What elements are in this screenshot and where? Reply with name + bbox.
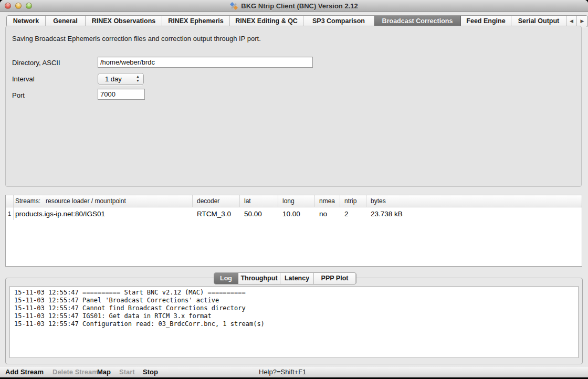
panel-description: Saving Broadcast Ephemeris correction fi… [12,35,261,43]
add-stream-button[interactable]: Add Stream [5,366,44,377]
tab-rinex-editing-qc[interactable]: RINEX Editing & QC [230,16,303,27]
port-label: Port [12,91,25,99]
interval-select[interactable]: 1 day ▲▼ [98,73,144,85]
log-line: 15-11-03 12:55:47 ========== Start BNC v… [14,289,578,297]
tab-network[interactable]: Network [7,16,46,27]
streams-table: Streams: resource loader / mountpoint de… [5,195,582,267]
log-line: 15-11-03 12:55:47 Panel 'Broadcast Corre… [14,297,578,304]
window-title: BKG Ntrip Client (BNC) Version 2.12 [230,2,358,10]
title-bar: BKG Ntrip Client (BNC) Version 2.12 [0,0,588,12]
tab-feed-engine[interactable]: Feed Engine [461,16,511,27]
tab-broadcast-corrections[interactable]: Broadcast Corrections [374,16,461,27]
app-window: BKG Ntrip Client (BNC) Version 2.12 Netw… [0,0,588,377]
tab-latency[interactable]: Latency [280,273,314,284]
interval-label: Interval [12,75,35,83]
map-button[interactable]: Map [97,366,111,377]
interval-selected-value: 1 day [105,75,122,83]
tab-sp3-comparison[interactable]: SP3 Comparison [303,16,374,27]
header-nmea[interactable]: nmea [315,195,340,207]
minimize-button-icon[interactable] [15,3,22,9]
bnc-app-icon [230,2,238,10]
log-output[interactable]: 15-11-03 12:55:47 ========== Start BNC v… [9,286,579,358]
footer-bar: Add Stream Delete Stream Map Start Stop … [0,366,588,377]
tab-general[interactable]: General [46,16,86,27]
header-mountpoint[interactable]: Streams: resource loader / mountpoint [14,195,193,207]
zoom-button-icon[interactable] [26,3,32,9]
streams-table-header: Streams: resource loader / mountpoint de… [6,195,582,207]
delete-stream-button[interactable]: Delete Stream [52,366,98,377]
header-decoder[interactable]: decoder [193,195,240,207]
stream-cell-bytes[interactable]: 23.738 kB [366,210,582,218]
log-line: 15-11-03 12:55:47 IGS01: Get data in RTC… [14,312,578,320]
popup-stepper-arrows-icon: ▲▼ [136,75,140,83]
header-bytes[interactable]: bytes [366,195,582,207]
stream-cell-mountpoint[interactable]: products.igs-ip.net:80/IGS01 [14,210,193,218]
stream-cell-ntrip[interactable]: 2 [340,210,366,218]
start-button[interactable]: Start [119,366,135,377]
stream-row-number: 1 [6,207,14,220]
log-line: 15-11-03 12:55:47 Cannot find Broadcast … [14,304,578,312]
log-tab-bar: Log Throughput Latency PPP Plot [214,272,356,285]
port-input[interactable] [98,89,145,100]
header-ntrip[interactable]: ntrip [340,195,366,207]
tab-rinex-observations[interactable]: RINEX Observations [86,16,162,27]
tab-throughput[interactable]: Throughput [238,273,280,284]
stream-cell-long[interactable]: 10.00 [278,210,315,218]
stream-cell-decoder[interactable]: RTCM_3.0 [193,210,240,218]
header-corner [6,195,14,207]
tab-serial-output[interactable]: Serial Output [511,16,566,27]
directory-ascii-label: Directory, ASCII [12,59,60,67]
stream-row[interactable]: 1 products.igs-ip.net:80/IGS01 RTCM_3.0 … [6,207,582,220]
directory-ascii-input[interactable] [98,57,313,68]
tab-log[interactable]: Log [214,273,238,284]
header-lat[interactable]: lat [240,195,278,207]
help-shortcut-label: Help?=Shift+F1 [259,366,306,377]
broadcast-corrections-panel: Saving Broadcast Ephemeris correction fi… [5,26,582,187]
close-button-icon[interactable] [5,3,11,9]
stop-button[interactable]: Stop [143,366,158,377]
tab-scroll-right-icon[interactable]: ▶ [577,16,587,27]
window-title-text: BKG Ntrip Client (BNC) Version 2.12 [241,2,358,10]
tab-rinex-ephemeris[interactable]: RINEX Ephemeris [162,16,230,27]
tab-ppp-plot[interactable]: PPP Plot [314,273,356,284]
stream-cell-lat[interactable]: 50.00 [240,210,278,218]
tab-scroll-left-icon[interactable]: ◀ [566,16,577,27]
log-line: 15-11-03 12:55:47 Configuration read: 03… [14,320,578,328]
traffic-lights [5,3,32,9]
stream-cell-nmea[interactable]: no [315,210,340,218]
header-long[interactable]: long [278,195,315,207]
